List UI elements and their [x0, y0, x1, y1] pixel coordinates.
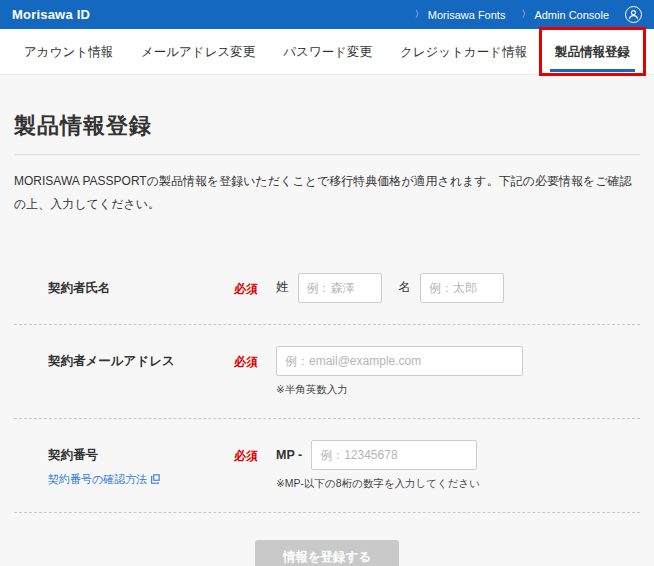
brand-logo[interactable]: Morisawa ID [12, 7, 90, 22]
contract-number-fields: MP - ※MP-以下の8桁の数字を入力してください [276, 440, 480, 491]
register-info-button[interactable]: 情報を登録する [255, 540, 399, 566]
external-link-icon [150, 474, 160, 484]
tab-label: クレジットカード情報 [400, 45, 527, 59]
top-bar: Morisawa ID 〉 Morisawa Fonts 〉 Admin Con… [0, 0, 654, 29]
email-fields: ※半角英数入力 [276, 346, 523, 397]
label-column: 契約者氏名 [48, 273, 234, 297]
chevron-right-icon: 〉 [415, 8, 424, 21]
active-tab-underline [550, 69, 635, 72]
page-description: MORISAWA PASSPORTの製品情報を登録いただくことで移行特典価格が適… [14, 170, 640, 216]
contractor-name-label: 契約者氏名 [48, 280, 234, 297]
last-name-label: 姓 [276, 279, 289, 296]
user-avatar-icon[interactable] [625, 6, 642, 23]
contract-number-label: 契約番号 [48, 447, 234, 464]
tab-password-change[interactable]: パスワード変更 [269, 29, 386, 74]
form-row-contractor-email: 契約者メールアドレス 必須 ※半角英数入力 [14, 325, 640, 419]
chevron-right-icon: 〉 [521, 8, 530, 21]
tab-label: 製品情報登録 [555, 45, 630, 59]
tab-label: パスワード変更 [283, 45, 372, 59]
submit-area: 情報を登録する [14, 540, 640, 566]
first-name-input[interactable] [420, 273, 504, 303]
tab-credit-card-info[interactable]: クレジットカード情報 [386, 29, 541, 74]
mp-prefix-label: MP - [276, 448, 302, 462]
contract-number-help-label: 契約番号の確認方法 [48, 472, 147, 487]
person-icon [628, 9, 639, 20]
page-title: 製品情報登録 [14, 111, 640, 141]
tab-label: アカウント情報 [24, 45, 113, 59]
required-badge: 必須 [234, 440, 276, 465]
email-note: ※半角英数入力 [276, 383, 523, 397]
contract-number-input-group: MP - [276, 440, 480, 470]
contract-number-input[interactable] [311, 440, 477, 470]
email-input[interactable] [276, 346, 523, 376]
name-fields: 姓 名 [276, 273, 504, 303]
link-morisawa-fonts[interactable]: 〉 Morisawa Fonts [415, 8, 506, 21]
main-content: 製品情報登録 MORISAWA PASSPORTの製品情報を登録いただくことで移… [0, 111, 654, 566]
topbar-links: 〉 Morisawa Fonts 〉 Admin Console [415, 6, 642, 23]
link-admin-console[interactable]: 〉 Admin Console [521, 8, 609, 21]
product-registration-form: 契約者氏名 必須 姓 名 契約者メールアドレス 必須 ※半角英数入力 [14, 252, 640, 566]
form-row-contract-number: 契約番号 契約番号の確認方法 必須 MP - ※MP-以下の8桁の数字を入力して… [14, 419, 640, 513]
contractor-email-label: 契約者メールアドレス [48, 353, 234, 370]
tab-product-info-registration[interactable]: 製品情報登録 [541, 29, 644, 74]
title-divider [14, 154, 640, 155]
tab-label: メールアドレス変更 [141, 45, 255, 59]
tab-navigation: アカウント情報 メールアドレス変更 パスワード変更 クレジットカード情報 製品情… [0, 29, 654, 75]
link-morisawa-fonts-label: Morisawa Fonts [428, 9, 506, 21]
first-name-label: 名 [399, 279, 412, 296]
contract-number-help-link[interactable]: 契約番号の確認方法 [48, 472, 234, 487]
last-name-input[interactable] [298, 273, 382, 303]
tab-email-change[interactable]: メールアドレス変更 [127, 29, 269, 74]
form-row-contractor-name: 契約者氏名 必須 姓 名 [14, 252, 640, 325]
contract-number-note: ※MP-以下の8桁の数字を入力してください [276, 477, 480, 491]
required-badge: 必須 [234, 273, 276, 298]
label-column: 契約番号 契約番号の確認方法 [48, 440, 234, 487]
label-column: 契約者メールアドレス [48, 346, 234, 370]
link-admin-console-label: Admin Console [534, 9, 609, 21]
required-badge: 必須 [234, 346, 276, 371]
tab-account-info[interactable]: アカウント情報 [10, 29, 127, 74]
